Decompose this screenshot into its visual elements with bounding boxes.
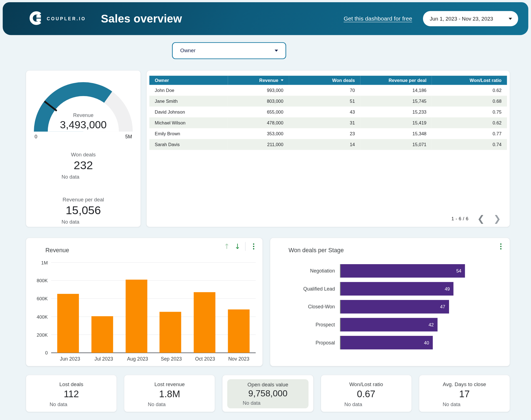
x-tick: Oct 2023 <box>188 356 222 362</box>
plot-area <box>51 263 256 353</box>
lost-revenue-card: Lost revenue 1.8M No data <box>124 375 215 412</box>
stage-label: Negotiation <box>277 268 340 274</box>
column-header-owner[interactable]: Owner <box>149 76 228 85</box>
x-tick: Jul 2023 <box>87 356 121 362</box>
stage-bar-chart: Negotiation 54 Qualified Lead 49 Closed-… <box>277 264 503 349</box>
owner-filter-label: Owner <box>180 48 196 54</box>
x-tick: Aug 2023 <box>121 356 155 362</box>
stat-label: Won/Lost ratio <box>324 381 408 387</box>
stage-row: Proposal 40 <box>277 336 493 349</box>
avg-days-to-close-card: Avg. Days to close 17 No data <box>419 375 510 412</box>
stat-label: Lost deals <box>29 381 113 387</box>
kpi-panel: Revenue 3,493,000 0 5M Won deals 232 No … <box>26 70 141 227</box>
won-lost-ratio-card: Won/Lost ratio 0.67 No data <box>320 375 412 412</box>
sort-ascending-icon[interactable]: ↑ <box>224 243 230 250</box>
stat-value: 232 <box>71 159 96 172</box>
chevron-down-icon <box>275 50 278 52</box>
bar-proposal: 40 <box>341 336 433 349</box>
gauge-min: 0 <box>34 134 37 139</box>
stat-label: Open deals value <box>227 382 309 388</box>
bar-jul-2023 <box>91 316 113 353</box>
stat-value: 9,758,000 <box>227 388 309 399</box>
previous-page-icon[interactable]: ❮ <box>477 215 485 222</box>
gauge-max: 5M <box>125 134 132 139</box>
no-data-note: No data <box>115 401 199 407</box>
sort-desc-icon <box>281 79 284 81</box>
column-header-revenue-per-deal[interactable]: Revenue per deal <box>360 76 432 85</box>
brand-logo: COUPLER.IO <box>28 11 86 26</box>
chart-title: Won deals per Stage <box>289 247 503 254</box>
bar-negotiation: 54 <box>341 264 465 278</box>
stage-label: Closed-Won <box>277 304 340 309</box>
chevron-down-icon <box>509 18 512 19</box>
y-tick: 1M <box>41 260 48 266</box>
x-tick: Jun 2023 <box>53 356 87 362</box>
owners-table: Owner Revenue Won deals Revenue per deal… <box>149 76 507 150</box>
y-tick: 400K <box>37 314 48 320</box>
divider <box>245 242 246 251</box>
date-range-picker[interactable]: Jun 1, 2023 - Nov 23, 2023 <box>423 11 518 26</box>
app-header: COUPLER.IO Sales overview Get this dashb… <box>3 2 528 35</box>
no-data-note: No data <box>58 174 83 180</box>
owner-filter-select[interactable]: Owner <box>172 42 286 59</box>
column-header-won-deals[interactable]: Won deals <box>289 76 360 85</box>
next-page-icon[interactable]: ❯ <box>494 215 501 222</box>
table-pagination: 1 - 6 / 6 ❮ ❯ <box>452 215 501 222</box>
won-deals-stat: Won deals 232 No data <box>71 152 96 180</box>
revenue-bar-chart: 0 200K 400K 600K 800K 1M <box>33 263 256 353</box>
stat-label: Won deals <box>71 152 96 158</box>
table-header-row: Owner Revenue Won deals Revenue per deal… <box>149 76 507 85</box>
revenue-per-deal-stat: Revenue per deal 15,056 No data <box>62 197 104 225</box>
gauge-label: Revenue <box>34 112 133 118</box>
table-row: John Doe993,0007014,1860.62 <box>149 85 507 96</box>
stage-row: Prospect 42 <box>277 318 493 331</box>
stat-value: 17 <box>423 389 506 399</box>
bar-value-label: 54 <box>456 268 461 273</box>
bar-aug-2023 <box>126 280 147 353</box>
column-header-revenue[interactable]: Revenue <box>228 76 289 85</box>
bar-prospect: 42 <box>341 318 437 331</box>
no-data-note: No data <box>410 401 493 407</box>
column-header-won-lost-ratio[interactable]: Won/Lost ratio <box>432 76 507 85</box>
stat-label: Lost revenue <box>128 381 211 387</box>
won-deals-per-stage-card: Won deals per Stage Negotiation 54 Quali… <box>270 238 510 366</box>
stage-label: Proposal <box>277 340 340 346</box>
highlight-background: Open deals value 9,758,000 No data <box>227 379 309 408</box>
get-dashboard-link[interactable]: Get this dashboard for free <box>344 15 412 22</box>
stat-label: Revenue per deal <box>62 197 104 203</box>
table-row: David Johnson655,0004315,2330.75 <box>149 107 507 118</box>
no-data-note: No data <box>17 401 100 407</box>
y-axis: 0 200K 400K 600K 800K 1M <box>35 263 51 353</box>
more-options-icon[interactable] <box>253 246 254 247</box>
bar-value-label: 42 <box>429 322 434 327</box>
sort-descending-icon[interactable]: ↓ <box>234 243 240 250</box>
table-row: Sarah Davis211,0001415,0710.74 <box>149 139 507 150</box>
stat-value: 112 <box>29 389 113 399</box>
table-row: Jane Smith803,0005115,7450.68 <box>149 96 507 107</box>
stat-value: 0.67 <box>324 389 408 399</box>
y-tick: 0 <box>45 350 48 356</box>
stage-row: Closed-Won 47 <box>277 300 493 314</box>
x-tick: Nov 2023 <box>222 356 256 362</box>
no-data-note: No data <box>50 219 91 225</box>
stat-value: 15,056 <box>62 204 104 217</box>
lost-deals-card: Lost deals 112 No data <box>26 375 117 412</box>
table-row: Michael Wilson478,0003115,4190.62 <box>149 118 507 128</box>
bar-value-label: 47 <box>440 304 445 309</box>
bar-sep-2023 <box>160 312 181 353</box>
revenue-chart-card: Revenue ↑ ↓ 0 200K 400K 600K 800K 1M <box>26 238 263 366</box>
x-axis-labels: Jun 2023 Jul 2023 Aug 2023 Sep 2023 Oct … <box>51 356 256 362</box>
stat-label: Avg. Days to close <box>423 381 506 387</box>
owners-table-card: Owner Revenue Won deals Revenue per deal… <box>146 70 510 227</box>
open-deals-value-card: Open deals value 9,758,000 No data <box>222 375 313 412</box>
gauge-value: 3,493,000 <box>34 119 133 131</box>
revenue-gauge: Revenue 3,493,000 <box>34 82 133 132</box>
bar-value-label: 40 <box>424 340 429 345</box>
no-data-note: No data <box>211 400 292 406</box>
y-tick: 200K <box>37 332 48 338</box>
bar-qualified-lead: 49 <box>341 282 454 296</box>
stat-value: 1.8M <box>128 389 211 399</box>
stage-label: Prospect <box>277 322 340 328</box>
more-options-icon[interactable] <box>500 246 502 247</box>
y-tick: 800K <box>37 278 48 284</box>
